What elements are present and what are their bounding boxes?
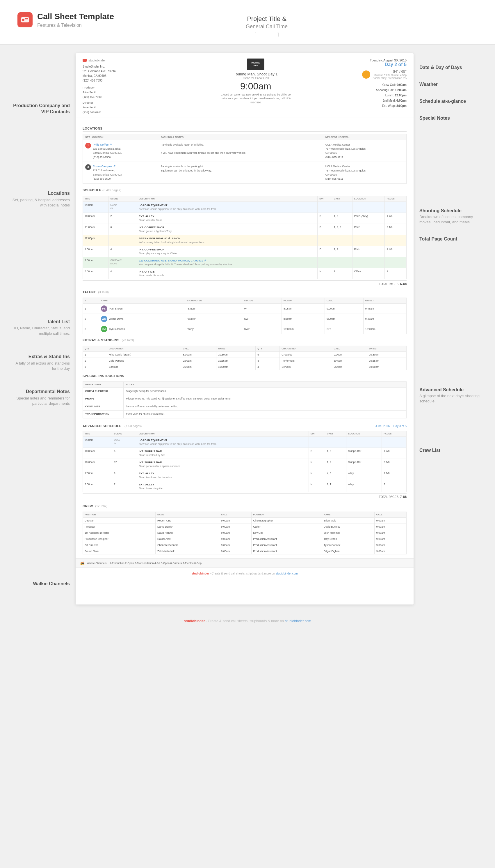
page-footer-brand: studiobinder — [184, 619, 205, 623]
crew-table: POSITION NAME CALL POSITION NAME CALL Di… — [83, 512, 407, 554]
sch-loc — [352, 201, 385, 213]
adv-schedule-date: June, 2016 — [375, 425, 390, 428]
crew-call-l: 9:00am — [219, 548, 251, 554]
extras-char-r: Performers — [280, 358, 332, 364]
adv-desc: EXT. ALLEYStuart knocks on the backdoor. — [137, 470, 309, 481]
locations-annotation-subtitle: Set, parking, & hospital addresses with … — [12, 197, 70, 208]
crew-call-l: 9:00am — [219, 536, 251, 542]
svg-point-1 — [22, 19, 24, 21]
dept-table: DEPARTMENT NOTES GRIP & ELECTRIC Stage l… — [83, 381, 407, 419]
app-title: Call Sheet Template — [37, 12, 114, 21]
adv-loc: Alley — [346, 470, 381, 481]
extras-call-r: 9:30am — [332, 364, 367, 370]
sch-loc: Office — [352, 268, 385, 279]
sch-dn — [318, 235, 332, 246]
call-sheet-document: studiobinder StudioBinder Inc. 929 Color… — [75, 53, 413, 605]
left-annotation-extras: Extras & Stand-Ins A tally of all extras… — [12, 354, 70, 371]
crew-col-name-r: NAME — [322, 512, 374, 518]
sch-time: 10:00am — [83, 213, 109, 224]
extras-char-l: Cafe Patrons — [107, 358, 181, 364]
table-row: Production Designer Rafael Alexi 9:00am … — [83, 536, 407, 542]
crew-call-l: 9:00am — [219, 518, 251, 524]
sch-pages — [385, 201, 407, 213]
adv-cast: 2, T — [325, 481, 346, 492]
table-row: 1:00pm 4 INT. COFFEE SHOPStuart plays a … — [83, 246, 407, 257]
crew-call-r: 9:00am — [374, 518, 406, 524]
adv-loc: Skipp's Bar — [346, 447, 381, 459]
talent-name-cell: WD Wilma Davis — [101, 316, 183, 322]
schedule-glance: Crew Call: 9:00am Shooting Call: 10:00am… — [317, 82, 407, 109]
crew-col-call-r: CALL — [374, 512, 406, 518]
app-title-block: Call Sheet Template Features & Televisio… — [37, 12, 114, 28]
table-row: 12:00pm BREAK FOR MEAL #1 // LUNCHWe're … — [83, 235, 407, 246]
adv-schedule-header: ADVANCED SCHEDULE (7 1/8 pages) June, 20… — [83, 423, 407, 428]
crew-name-l: Robert King — [155, 518, 219, 524]
extras-call-l: 8:30am — [181, 351, 216, 358]
dept-name: COSTUMES — [83, 403, 124, 411]
locations-section-header: LOCATIONS — [83, 127, 407, 132]
talent-header-row: # NAME CHARACTER STATUS PICKUP CALL ON S… — [83, 298, 407, 304]
table-row: 1st Assistant Director David Hatwell 9:0… — [83, 530, 407, 536]
est-wrap-row: Est. Wrap: 8:00pm — [317, 103, 407, 109]
second-meal-row: 2nd Meal: 6:00pm — [317, 98, 407, 103]
advanced-schedule-table: TIME SCENE DESCRIPTION D/N CAST LOCATION… — [83, 431, 407, 492]
sch-col-cast: CAST — [332, 196, 352, 201]
table-row: Sound Mixer Zak Masterfield 9:00am Produ… — [83, 548, 407, 554]
talent-annotation-subtitle: ID, Name, Character, Status, and multipl… — [12, 326, 70, 336]
producer-phone: (123) 456-7890 — [83, 95, 194, 99]
sch-desc: 929 COLORADO AVE, SANTA MONICA, CA 90401… — [137, 257, 318, 268]
adv-schedule-day: Day 3 of 5 — [393, 425, 407, 428]
crew-header-row: CREW (12 Total) — [83, 504, 407, 509]
weather-annotation-title: Weather — [420, 82, 483, 87]
right-annotation-schedule-glance: Schedule at-a-glance — [420, 99, 483, 104]
sch-cast — [332, 201, 352, 213]
walkie-annotation-title: Walkie Channels — [12, 581, 70, 587]
director-label: Director — [83, 101, 93, 104]
extras-col-call-r: CALL — [332, 346, 367, 351]
crew-header-row: POSITION NAME CALL POSITION NAME CALL — [83, 512, 407, 518]
extras-header-row: EXTRAS & STAND-INS (23 Total) — [83, 338, 407, 343]
general-crew-call-time: 9:00am — [200, 81, 312, 92]
table-row: Art Director Chanelle Deandre 9:00am Pro… — [83, 542, 407, 548]
sch-time: 2:00pm — [83, 257, 109, 268]
project-title-line2: General Call Time — [114, 23, 420, 30]
adv-col-loc: LOCATION — [346, 431, 381, 437]
table-row: TRANSPORTATION Extra vans for shuttles f… — [83, 411, 407, 419]
producer-label: Producer — [83, 86, 95, 89]
advanced-schedule-annotation-title: Advanced Schedule — [420, 387, 483, 393]
adv-cast — [325, 437, 346, 447]
crew-call-r: 9:00am — [374, 530, 406, 536]
locations-table: SET LOCATION PARKING & NOTES NEAREST HOS… — [83, 134, 407, 184]
adv-time: 9:00am — [83, 437, 112, 447]
crew-name-r: David Buckley — [322, 524, 374, 530]
table-row: COSTUMES barista uniforms, rockabilly pe… — [83, 403, 407, 411]
table-row: 2:00pm COMPANYMOVE 929 COLORADO AVE, SAN… — [83, 257, 407, 268]
talent-header-row: TALENT (3 Total) — [83, 290, 407, 295]
crew-call-r: 9:00am — [374, 524, 406, 530]
company-addr2: Monica, CA 90403 — [83, 74, 194, 78]
dept-annotation-subtitle: Special notes and reminders for particul… — [12, 396, 70, 406]
extras-char-l: Mike Curtis (Stuart) — [107, 351, 181, 358]
loc-cell-2: 2 Cross Campus ↗ 929 Colorado Ave.,Santa… — [85, 164, 156, 181]
doc-studiobinder-label: studiobinder — [88, 59, 106, 62]
company-name: StudioBinder Inc. — [83, 64, 194, 69]
sch-scene: 6 — [108, 224, 137, 235]
adv-dn: N — [309, 481, 325, 492]
talent-char: "Claire" — [185, 314, 242, 324]
talent-status: SWF — [242, 324, 281, 334]
extras-col-onset-r: ON SET — [367, 346, 406, 351]
crew-pos-r: Production Assistant — [251, 548, 322, 554]
date-annotation-title: Date & Day of Days — [420, 65, 483, 70]
adv-scene: 12 — [112, 459, 137, 470]
main-container: Production Company and VIP Contacts Loca… — [0, 45, 495, 613]
extras-onset-r: 10:35am — [367, 358, 406, 364]
lunch-row: Lunch: 12:00pm — [317, 93, 407, 98]
crew-count: (12 Total) — [96, 505, 108, 508]
talent-onset: 10:40am — [363, 324, 406, 334]
extras-qty-r: 4 — [256, 364, 280, 370]
sch-col-scene: SCENE — [108, 196, 137, 201]
table-row: 6 CJ Cyrus Jensen "Tony" SWF 10:00am O/T… — [83, 324, 407, 334]
talent-annotation-title: Talent List — [12, 319, 70, 325]
loc-cell-1: 1 Philz Coffee ↗ 525 Santa Monica, Blvd,… — [85, 143, 156, 159]
adv-desc: LOAD IN EQUIPMENTCrew can load in equipm… — [137, 437, 309, 447]
